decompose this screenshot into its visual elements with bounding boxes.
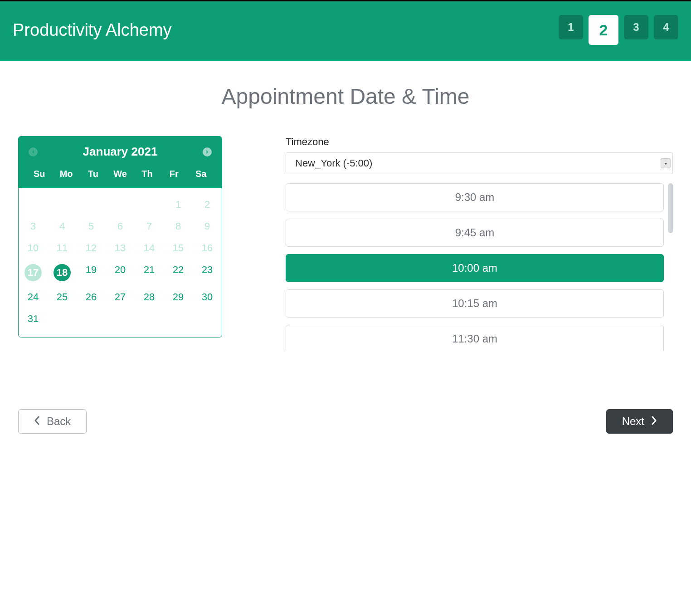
calendar-day: 5 bbox=[77, 215, 106, 237]
calendar-nav: January 2021 bbox=[26, 145, 214, 165]
chevron-right-icon bbox=[651, 415, 657, 428]
calendar-day-empty bbox=[48, 308, 77, 330]
calendar-day[interactable]: 22 bbox=[164, 259, 193, 286]
calendar-week: 24252627282930 bbox=[19, 286, 222, 308]
next-button-label: Next bbox=[622, 415, 644, 428]
time-slot[interactable]: 10:00 am bbox=[286, 254, 664, 282]
calendar-day-empty bbox=[193, 308, 222, 330]
calendar-day[interactable]: 30 bbox=[193, 286, 222, 308]
calendar-day: 14 bbox=[135, 237, 164, 259]
calendar-day-empty bbox=[77, 308, 106, 330]
wizard-step-4[interactable]: 4 bbox=[654, 15, 678, 39]
calendar-day: 10 bbox=[19, 237, 48, 259]
calendar-day: 4 bbox=[48, 215, 77, 237]
time-slot[interactable]: 10:15 am bbox=[286, 289, 664, 318]
calendar-day-empty bbox=[135, 194, 164, 215]
wizard-step-1[interactable]: 1 bbox=[559, 15, 583, 39]
calendar-day: 13 bbox=[106, 237, 135, 259]
calendar-dow-row: SuMoTuWeThFrSa bbox=[26, 165, 214, 183]
main-container: Appointment Date & Time January 2021 SuM… bbox=[0, 61, 691, 351]
calendar-day[interactable]: 26 bbox=[77, 286, 106, 308]
content-columns: January 2021 SuMoTuWeThFrSa 123456789101… bbox=[18, 136, 673, 351]
calendar-day: 6 bbox=[106, 215, 135, 237]
calendar-day: 12 bbox=[77, 237, 106, 259]
calendar-day-empty bbox=[48, 194, 77, 215]
calendar-day: 1 bbox=[164, 194, 193, 215]
back-button[interactable]: Back bbox=[18, 409, 87, 434]
calendar-day: 9 bbox=[193, 215, 222, 237]
calendar-day[interactable]: 21 bbox=[135, 259, 164, 286]
time-slots-wrap: 9:30 am9:45 am10:00 am10:15 am11:30 am11… bbox=[286, 183, 673, 351]
calendar-dow: Sa bbox=[188, 165, 214, 183]
calendar-day[interactable]: 18 bbox=[48, 259, 77, 286]
calendar-day-empty bbox=[106, 194, 135, 215]
calendar-dow: We bbox=[107, 165, 133, 183]
calendar-day: 2 bbox=[193, 194, 222, 215]
calendar-day-empty bbox=[135, 308, 164, 330]
calendar-day-empty bbox=[106, 308, 135, 330]
time-slot[interactable]: 9:30 am bbox=[286, 183, 664, 211]
time-slot[interactable]: 9:45 am bbox=[286, 219, 664, 247]
calendar-day: 11 bbox=[48, 237, 77, 259]
wizard-step-3[interactable]: 3 bbox=[624, 15, 648, 39]
chevron-right-icon bbox=[205, 150, 209, 154]
timezone-select[interactable]: New_York (-5:00) ▾ bbox=[286, 152, 673, 174]
calendar-day[interactable]: 23 bbox=[193, 259, 222, 286]
time-slot[interactable]: 11:30 am bbox=[286, 325, 664, 351]
calendar-day[interactable]: 20 bbox=[106, 259, 135, 286]
calendar-header: January 2021 SuMoTuWeThFrSa bbox=[19, 137, 222, 188]
page-title: Appointment Date & Time bbox=[18, 84, 673, 109]
back-button-label: Back bbox=[47, 415, 71, 428]
calendar-day[interactable]: 27 bbox=[106, 286, 135, 308]
calendar: January 2021 SuMoTuWeThFrSa 123456789101… bbox=[18, 136, 222, 337]
calendar-day-empty bbox=[19, 194, 48, 215]
chevron-left-icon bbox=[34, 415, 40, 428]
calendar-day[interactable]: 31 bbox=[19, 308, 48, 330]
calendar-week: 12 bbox=[19, 194, 222, 215]
calendar-week: 31 bbox=[19, 308, 222, 330]
calendar-body: 1234567891011121314151617181920212223242… bbox=[19, 188, 222, 337]
header: Productivity Alchemy 1234 bbox=[0, 0, 691, 61]
calendar-day-circle: 18 bbox=[54, 264, 71, 281]
chevron-left-icon bbox=[31, 150, 35, 154]
timezone-label: Timezone bbox=[286, 136, 673, 148]
footer: Back Next bbox=[0, 396, 691, 446]
scrollbar-thumb[interactable] bbox=[668, 183, 673, 233]
calendar-dow: Th bbox=[134, 165, 161, 183]
next-button[interactable]: Next bbox=[606, 409, 673, 434]
wizard-step-2[interactable]: 2 bbox=[589, 15, 618, 45]
brand-title: Productivity Alchemy bbox=[13, 20, 172, 40]
calendar-day: 7 bbox=[135, 215, 164, 237]
calendar-month-label: January 2021 bbox=[38, 145, 203, 159]
time-column: Timezone New_York (-5:00) ▾ 9:30 am9:45 … bbox=[286, 136, 673, 351]
wizard-steps: 1234 bbox=[559, 15, 678, 45]
calendar-day-circle: 17 bbox=[24, 264, 42, 281]
time-slots-list: 9:30 am9:45 am10:00 am10:15 am11:30 am11… bbox=[286, 183, 664, 351]
calendar-week: 3456789 bbox=[19, 215, 222, 237]
calendar-day[interactable]: 19 bbox=[77, 259, 106, 286]
calendar-day[interactable]: 28 bbox=[135, 286, 164, 308]
calendar-day: 16 bbox=[193, 237, 222, 259]
calendar-day-empty bbox=[77, 194, 106, 215]
calendar-day[interactable]: 17 bbox=[19, 259, 48, 286]
calendar-dow: Tu bbox=[80, 165, 107, 183]
calendar-day: 8 bbox=[164, 215, 193, 237]
calendar-dow: Su bbox=[26, 165, 53, 183]
calendar-day: 15 bbox=[164, 237, 193, 259]
calendar-next-button[interactable] bbox=[203, 147, 212, 156]
calendar-dow: Fr bbox=[161, 165, 187, 183]
dropdown-arrow-icon: ▾ bbox=[661, 158, 671, 168]
calendar-dow: Mo bbox=[53, 165, 79, 183]
calendar-week: 17181920212223 bbox=[19, 259, 222, 286]
scrollbar-track[interactable] bbox=[668, 183, 673, 351]
calendar-week: 10111213141516 bbox=[19, 237, 222, 259]
calendar-day[interactable]: 24 bbox=[19, 286, 48, 308]
timezone-value: New_York (-5:00) bbox=[295, 157, 372, 169]
calendar-day: 3 bbox=[19, 215, 48, 237]
calendar-day-empty bbox=[164, 308, 193, 330]
calendar-day[interactable]: 29 bbox=[164, 286, 193, 308]
calendar-day[interactable]: 25 bbox=[48, 286, 77, 308]
calendar-prev-button[interactable] bbox=[29, 147, 38, 156]
